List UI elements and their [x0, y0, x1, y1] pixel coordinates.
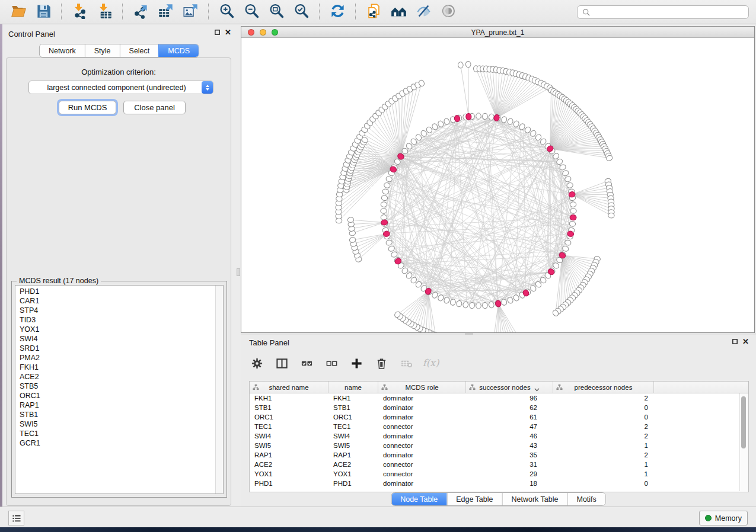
cell-predecessor-nodes: 1 — [553, 470, 654, 477]
select-all-button[interactable] — [299, 357, 314, 372]
function-icon: f(x) — [421, 357, 441, 372]
tab-node-table[interactable]: Node Table — [391, 493, 446, 505]
tab-edge-table[interactable]: Edge Table — [446, 493, 502, 505]
mcds-result-title: MCDS result (17 nodes) — [17, 277, 101, 285]
mcds-result-item[interactable]: STP4 — [15, 306, 216, 315]
float-panel-icon[interactable] — [732, 338, 738, 345]
table-row[interactable]: PHD1PHD1dominator180 — [250, 479, 748, 488]
table-row[interactable]: FKH1FKH1dominator962 — [250, 393, 748, 403]
ndex-houses-button[interactable] — [386, 1, 411, 23]
console-list-button[interactable] — [8, 511, 24, 525]
tab-mcds[interactable]: MCDS — [158, 44, 199, 57]
cell-successor-nodes: 43 — [466, 442, 553, 449]
delete-table-icon — [400, 357, 413, 372]
table-row[interactable]: ORC1ORC1dominator610 — [250, 412, 748, 422]
zoom-selected-icon — [294, 3, 310, 21]
optimization-criterion-label: Optimization criterion: — [7, 68, 231, 76]
column-header-shared-name[interactable]: shared name — [250, 382, 328, 393]
table-row[interactable]: SWI5SWI5connector431 — [250, 441, 748, 450]
cell-shared-name: STB1 — [250, 404, 328, 411]
table-row[interactable]: RAP1RAP1dominator352 — [250, 450, 748, 460]
save-session-button[interactable] — [31, 1, 56, 23]
table-row[interactable]: TEC1TEC1connector472 — [250, 422, 748, 431]
tab-network-table[interactable]: Network Table — [502, 493, 567, 505]
float-panel-icon[interactable] — [214, 29, 221, 36]
mcds-result-item[interactable]: ORC1 — [15, 391, 216, 400]
column-header-predecessor-nodes[interactable]: predecessor nodes — [553, 382, 654, 393]
criterion-select[interactable]: largest connected component (undirected) — [28, 81, 213, 94]
mcds-result-item[interactable]: PMA2 — [15, 353, 216, 363]
columns-button[interactable] — [274, 357, 289, 372]
vertical-splitter[interactable] — [236, 24, 241, 507]
splitter-handle[interactable] — [237, 268, 240, 276]
mcds-result-group: MCDS result (17 nodes) PHD1CAR1STP4TID3Y… — [11, 281, 227, 498]
hide-eye-button[interactable] — [411, 1, 436, 23]
table-row[interactable]: YOX1YOX1connector291 — [250, 469, 748, 479]
table-scrollbar[interactable] — [739, 393, 748, 491]
mcds-result-item[interactable]: STB5 — [15, 382, 216, 391]
search-box[interactable] — [577, 5, 749, 19]
open-folder-button[interactable] — [6, 1, 31, 23]
mcds-result-item[interactable]: SWI4 — [15, 334, 216, 344]
delete-row-button[interactable] — [374, 357, 389, 372]
run-mcds-button[interactable]: Run MCDS — [59, 101, 116, 114]
cell-successor-nodes: 47 — [466, 423, 553, 430]
export-table-icon — [158, 3, 174, 21]
export-image-button[interactable] — [178, 1, 203, 23]
search-input[interactable] — [594, 7, 748, 18]
memory-button[interactable]: Memory — [699, 511, 748, 525]
mcds-result-item[interactable]: CAR1 — [15, 296, 216, 306]
mcds-result-item[interactable]: TID3 — [15, 315, 216, 325]
show-eye-button[interactable] — [436, 1, 461, 23]
zoom-fit-button[interactable] — [264, 1, 289, 23]
export-network-button[interactable] — [128, 1, 153, 23]
table-row[interactable]: ACE2ACE2connector311 — [250, 460, 748, 469]
mcds-result-item[interactable]: STB1 — [15, 410, 216, 419]
import-table-button[interactable] — [92, 1, 117, 23]
table-row[interactable]: SWI4SWI4dominator462 — [250, 431, 748, 441]
mcds-result-item[interactable]: PHD1 — [15, 287, 216, 296]
zoom-in-button[interactable] — [214, 1, 239, 23]
tab-network[interactable]: Network — [40, 44, 85, 57]
network-canvas[interactable] — [241, 38, 754, 332]
refresh-button[interactable] — [325, 1, 350, 23]
cell-shared-name: SWI4 — [250, 432, 328, 440]
mcds-result-item[interactable]: YOX1 — [15, 325, 216, 334]
import-network-button[interactable] — [67, 1, 92, 23]
export-table-button[interactable] — [153, 1, 178, 23]
add-row-button[interactable] — [349, 357, 364, 372]
deselect-all-button[interactable] — [324, 357, 339, 372]
table-row[interactable]: STB1STB1dominator620 — [250, 403, 748, 412]
select-stepper-icon — [202, 81, 213, 94]
toolbar-separator — [319, 4, 320, 20]
tab-style[interactable]: Style — [85, 44, 120, 57]
zoom-out-button[interactable] — [239, 1, 264, 23]
tab-motifs[interactable]: Motifs — [567, 493, 605, 505]
close-panel-icon[interactable]: ✕ — [225, 29, 231, 36]
criterion-selected-value: largest connected component (undirected) — [29, 84, 202, 92]
mcds-result-item[interactable]: FKH1 — [15, 363, 216, 372]
zoom-selected-button[interactable] — [289, 1, 314, 23]
mcds-result-scrollbar[interactable] — [215, 286, 223, 493]
table-scrollbar-thumb[interactable] — [741, 396, 746, 448]
sort-desc-icon — [534, 386, 540, 389]
cell-successor-nodes: 61 — [466, 414, 553, 421]
mcds-result-item[interactable]: RAP1 — [15, 400, 216, 410]
mcds-result-item[interactable]: TEC1 — [15, 429, 216, 438]
table-panel: Table Panel ✕ f(x) shared namenameMCDS r… — [241, 335, 756, 507]
share-pages-button[interactable] — [361, 1, 386, 23]
network-graph-svg[interactable] — [241, 38, 754, 332]
column-header-successor-nodes[interactable]: successor nodes — [466, 382, 553, 393]
column-label: shared name — [269, 384, 308, 391]
mcds-result-item[interactable]: ACE2 — [15, 372, 216, 382]
mcds-result-item[interactable]: SRD1 — [15, 344, 216, 353]
tab-select[interactable]: Select — [120, 44, 159, 57]
close-panel-button[interactable]: Close panel — [123, 101, 186, 114]
column-header-MCDS-role[interactable]: MCDS role — [378, 382, 466, 393]
mcds-result-item[interactable]: GCR1 — [15, 438, 216, 448]
network-window-titlebar[interactable]: YPA_prune.txt_1 — [241, 27, 754, 38]
column-header-name[interactable]: name — [328, 382, 378, 393]
mcds-result-item[interactable]: SWI5 — [15, 419, 216, 429]
close-panel-icon[interactable]: ✕ — [742, 338, 749, 345]
gear-button[interactable] — [249, 357, 264, 372]
